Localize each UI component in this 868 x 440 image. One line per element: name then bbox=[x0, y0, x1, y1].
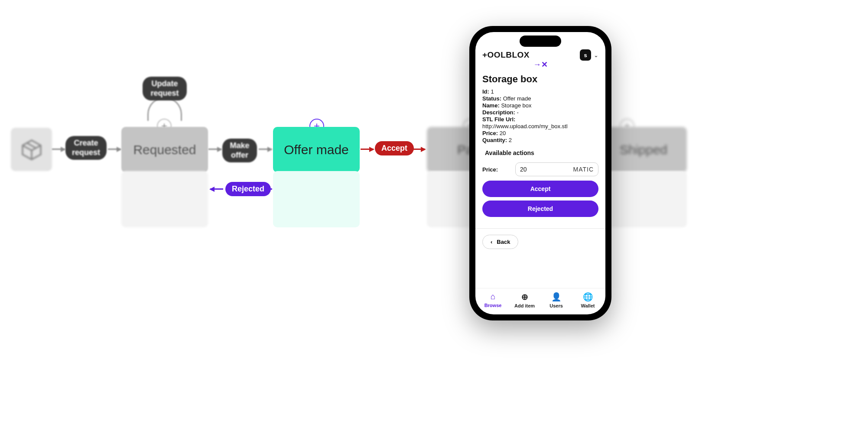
package-icon bbox=[20, 137, 44, 162]
field-stl-label: STL File Url: bbox=[482, 116, 598, 123]
account-menu[interactable]: s ⌄ bbox=[580, 49, 598, 61]
price-input-row: Price: 20 MATIC bbox=[482, 162, 598, 176]
page-title: Storage box bbox=[482, 74, 598, 85]
nav-add-item[interactable]: ⊕ Add item bbox=[512, 292, 538, 308]
field-name: Name: Storage box bbox=[482, 102, 598, 109]
update-request-action[interactable]: Update request bbox=[143, 77, 187, 100]
nav-users[interactable]: 👤 Users bbox=[543, 292, 569, 308]
chevron-down-icon: ⌄ bbox=[594, 52, 598, 58]
field-id: Id: 1 bbox=[482, 88, 598, 95]
rejected-action[interactable]: Rejected bbox=[225, 182, 271, 196]
price-label: Price: bbox=[482, 166, 509, 173]
start-node bbox=[11, 128, 52, 171]
arrow bbox=[52, 149, 65, 150]
arrow bbox=[361, 149, 374, 150]
price-unit: MATIC bbox=[573, 166, 594, 173]
field-status: Status: Offer made bbox=[482, 95, 598, 102]
price-value: 20 bbox=[520, 166, 527, 173]
field-stl-value: http://www.upload.com/my_box.stl bbox=[482, 123, 598, 129]
accept-action[interactable]: Accept bbox=[375, 141, 414, 155]
plus-circle-icon: ⊕ bbox=[512, 292, 538, 302]
rejected-button[interactable]: Rejected bbox=[482, 201, 598, 217]
bottom-nav: ⌂ Browse ⊕ Add item 👤 Users 🌐 Wallet bbox=[475, 288, 605, 314]
nav-browse[interactable]: ⌂ Browse bbox=[480, 292, 506, 308]
make-offer-action[interactable]: Make offer bbox=[222, 139, 257, 162]
accept-button[interactable]: Accept bbox=[482, 181, 598, 197]
arrow bbox=[108, 149, 121, 150]
state-shadow bbox=[273, 171, 360, 227]
arrow bbox=[412, 149, 425, 150]
state-shadow bbox=[121, 171, 208, 227]
phone-notch bbox=[520, 36, 561, 47]
field-quantity: Quantity: 2 bbox=[482, 137, 598, 143]
state-shipped[interactable]: Shipped bbox=[600, 127, 687, 172]
arrow bbox=[208, 149, 221, 150]
avatar: s bbox=[580, 49, 591, 61]
field-description: Description: - bbox=[482, 109, 598, 116]
create-request-action[interactable]: Create request bbox=[65, 136, 107, 160]
back-button[interactable]: ‹ Back bbox=[482, 235, 518, 249]
globe-icon: 🌐 bbox=[575, 292, 601, 302]
state-offer-made[interactable]: Offer made bbox=[273, 127, 360, 172]
price-input[interactable]: 20 MATIC bbox=[515, 162, 598, 176]
swap-icon: →✕ bbox=[475, 60, 605, 69]
arrow bbox=[266, 188, 272, 190]
arrow bbox=[210, 188, 223, 190]
workflow-diagram: Create request Update request + Requeste… bbox=[0, 0, 868, 440]
available-actions-heading: Available actions bbox=[485, 149, 598, 156]
nav-wallet[interactable]: 🌐 Wallet bbox=[575, 292, 601, 308]
divider bbox=[475, 228, 605, 229]
brand-logo: +OOLBLOX bbox=[482, 50, 530, 60]
arrow bbox=[259, 149, 272, 150]
user-plus-icon: 👤 bbox=[543, 292, 569, 302]
self-loop bbox=[147, 97, 182, 121]
state-shadow bbox=[600, 171, 687, 227]
chevron-left-icon: ‹ bbox=[491, 239, 492, 245]
phone-mock: +OOLBLOX s ⌄ →✕ Storage box Id: 1 Status… bbox=[469, 26, 611, 320]
field-price: Price: 20 bbox=[482, 130, 598, 136]
home-icon: ⌂ bbox=[480, 292, 506, 301]
state-requested[interactable]: Requested bbox=[121, 127, 208, 172]
